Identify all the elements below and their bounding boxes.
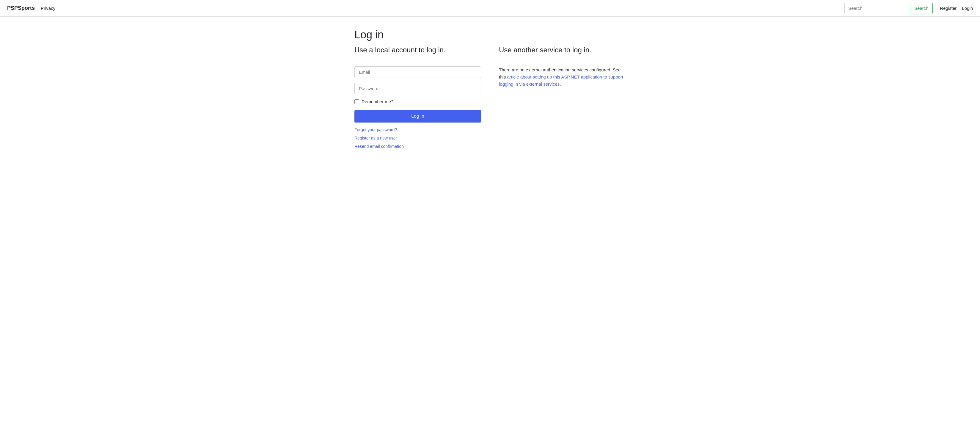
remember-me-group: Remember me?: [355, 99, 481, 104]
remember-me-label: Remember me?: [361, 99, 394, 104]
forgot-password-link[interactable]: Forgot your password?: [355, 127, 481, 132]
privacy-link[interactable]: Privacy: [41, 6, 55, 11]
search-input[interactable]: [845, 3, 910, 14]
search-button[interactable]: Search: [910, 3, 933, 14]
external-login-heading: Use another service to log in.: [499, 46, 625, 54]
auth-links: Register Login: [940, 6, 973, 11]
resend-confirmation-link[interactable]: Resend email confirmation: [355, 144, 481, 149]
password-form-group: [355, 83, 481, 94]
search-area: Search: [845, 3, 933, 14]
local-login-section: Use a local account to log in. Remember …: [355, 46, 481, 152]
email-form-group: [355, 66, 481, 78]
page-title: Log in: [355, 29, 625, 41]
login-button[interactable]: Log in: [355, 110, 481, 122]
left-divider: [355, 59, 481, 59]
right-divider: [499, 59, 625, 59]
brand-logo[interactable]: PSPSports: [7, 5, 35, 11]
local-login-heading: Use a local account to log in.: [355, 46, 481, 54]
main-container: Log in Use a local account to log in. Re…: [347, 17, 633, 164]
navbar: PSPSports Privacy Search Register Login: [0, 0, 980, 17]
external-auth-description: There are no external authentication ser…: [499, 66, 625, 88]
content-grid: Use a local account to log in. Remember …: [355, 46, 625, 152]
external-auth-text-after: .: [560, 81, 561, 87]
remember-me-checkbox[interactable]: [355, 99, 359, 104]
external-auth-article-link[interactable]: article about setting up this ASP.NET ap…: [499, 74, 623, 87]
login-link[interactable]: Login: [962, 6, 973, 11]
external-login-section: Use another service to log in. There are…: [499, 46, 625, 152]
register-link[interactable]: Register: [940, 6, 956, 11]
password-field[interactable]: [355, 83, 481, 94]
register-new-user-link[interactable]: Register as a new user: [355, 136, 481, 140]
email-field[interactable]: [355, 66, 481, 78]
